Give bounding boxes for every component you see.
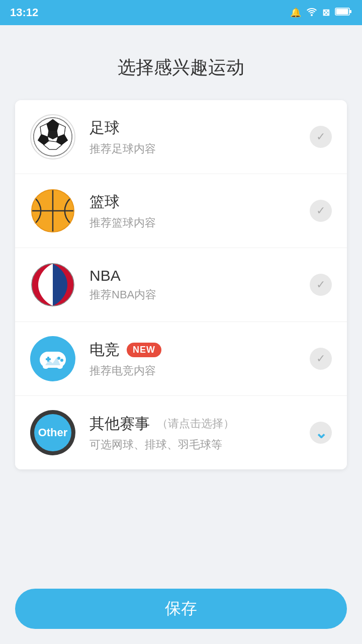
status-icons: 🔔 ⊠	[290, 7, 352, 19]
soccer-icon	[30, 114, 75, 159]
save-button[interactable]: 保存	[15, 589, 347, 629]
basketball-icon	[30, 188, 75, 233]
status-bar: 13:12 🔔 ⊠	[0, 0, 362, 25]
other-click-hint: （请点击选择）	[157, 416, 234, 431]
esports-check[interactable]: ✓	[310, 348, 332, 370]
chevron-down-icon: ⌄	[315, 424, 327, 442]
other-text: 其他赛事 （请点击选择） 可选网球、排球、羽毛球等	[89, 414, 310, 452]
sport-card-other[interactable]: Other 其他赛事 （请点击选择） 可选网球、排球、羽毛球等 ⌄	[15, 396, 347, 469]
sports-list: 足球 推荐足球内容 ✓ 篮球	[15, 100, 347, 469]
bell-icon: 🔔	[290, 7, 301, 18]
basketball-desc: 推荐篮球内容	[89, 215, 310, 230]
sport-card-basketball[interactable]: 篮球 推荐篮球内容 ✓	[15, 174, 347, 248]
soccer-check[interactable]: ✓	[310, 126, 332, 148]
nba-icon	[30, 262, 75, 307]
other-icon: Other	[30, 410, 75, 455]
soccer-desc: 推荐足球内容	[89, 141, 310, 156]
basketball-text: 篮球 推荐篮球内容	[89, 192, 310, 230]
nba-desc: 推荐NBA内容	[89, 287, 310, 302]
svg-rect-2	[349, 10, 351, 13]
soccer-text: 足球 推荐足球内容	[89, 118, 310, 156]
esports-desc: 推荐电竞内容	[89, 363, 310, 378]
svg-point-0	[311, 14, 313, 16]
battery-icon	[335, 7, 352, 19]
other-name: 其他赛事 （请点击选择）	[89, 414, 310, 434]
nba-check[interactable]: ✓	[310, 274, 332, 296]
other-chevron[interactable]: ⌄	[310, 422, 332, 444]
esports-icon	[30, 336, 75, 381]
basketball-name: 篮球	[89, 192, 310, 212]
esports-text: 电竞 NEW 推荐电竞内容	[89, 340, 310, 378]
svg-point-25	[57, 357, 60, 360]
wifi-icon	[306, 7, 317, 19]
save-button-container: 保存	[0, 579, 362, 644]
svg-point-26	[60, 359, 63, 362]
page-title: 选择感兴趣运动	[0, 55, 362, 80]
soccer-name: 足球	[89, 118, 310, 138]
page-content: 选择感兴趣运动	[0, 25, 362, 644]
sport-card-nba[interactable]: NBA 推荐NBA内容 ✓	[15, 248, 347, 322]
other-icon-label: Other	[38, 426, 68, 439]
new-badge: NEW	[127, 343, 161, 357]
esports-name: 电竞 NEW	[89, 340, 310, 360]
status-time: 13:12	[10, 6, 38, 19]
sport-card-soccer[interactable]: 足球 推荐足球内容 ✓	[15, 100, 347, 174]
nba-name: NBA	[89, 267, 310, 284]
svg-rect-3	[336, 9, 348, 14]
basketball-check[interactable]: ✓	[310, 200, 332, 222]
nba-text: NBA 推荐NBA内容	[89, 267, 310, 302]
sport-card-esports[interactable]: 电竞 NEW 推荐电竞内容 ✓	[15, 322, 347, 396]
signal-icon: ⊠	[322, 7, 330, 18]
other-desc: 可选网球、排球、羽毛球等	[89, 437, 310, 452]
